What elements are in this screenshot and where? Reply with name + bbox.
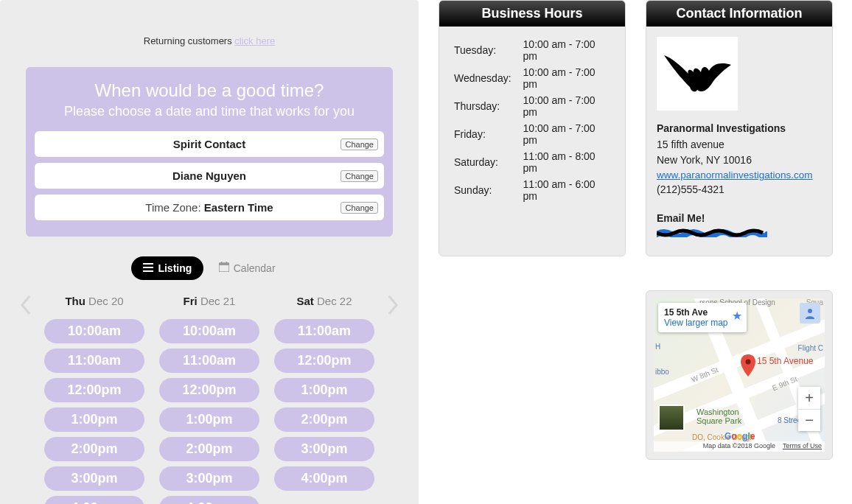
time-slot[interactable]: 12:00pm [44, 378, 144, 402]
selected-service: Spirit Contact [42, 138, 377, 150]
time-slot[interactable]: 11:00am [44, 349, 144, 373]
svg-rect-6 [226, 262, 227, 264]
bat-icon [660, 52, 734, 96]
right-column: Business Hours Tuesday:10:00 am - 7:00 p… [439, 0, 851, 504]
selected-service-row: Spirit Contact Change [35, 131, 384, 157]
email-label: Email Me! [657, 211, 822, 225]
svg-point-8 [746, 360, 751, 365]
svg-rect-1 [143, 267, 153, 268]
time-slot[interactable]: 2:00pm [274, 407, 374, 432]
change-provider-button[interactable]: Change [341, 170, 378, 182]
phone-number: (212)555-4321 [657, 182, 822, 197]
change-service-button[interactable]: Change [341, 139, 378, 150]
selected-provider: Diane Nguyen [42, 169, 377, 182]
svg-rect-0 [143, 263, 153, 265]
map-label: Flight C [798, 344, 823, 352]
contact-title: Contact Information [646, 1, 832, 27]
view-larger-map-link[interactable]: View larger map [664, 318, 727, 328]
change-timezone-button[interactable]: Change [341, 202, 378, 214]
time-prompt-panel: When would be a good time? Please choose… [26, 67, 393, 237]
business-hours-table: Tuesday:10:00 am - 7:00 pm Wednesday:10:… [453, 35, 612, 205]
selected-timezone: Time Zone: Eastern Time [42, 201, 377, 214]
prev-days-button[interactable] [15, 295, 37, 315]
website-link[interactable]: www.paranormalinvestigations.com [657, 169, 813, 181]
business-hours-title: Business Hours [439, 1, 625, 27]
time-slot[interactable]: 2:00pm [44, 437, 144, 461]
calendar-icon [219, 262, 229, 274]
map-attribution: Map data ©2018 Google Terms of Use [654, 441, 825, 452]
hours-row: Thursday:10:00 am - 7:00 pm [454, 93, 610, 119]
business-name: Paranormal Investigations [657, 121, 822, 136]
map-pin-label: 15 5th Avenue [757, 356, 814, 366]
list-icon [143, 262, 153, 274]
timezone-label: Time Zone: [145, 201, 200, 214]
selected-provider-row: Diane Nguyen Change [35, 163, 384, 189]
time-slot[interactable]: 4:00pm [44, 496, 144, 504]
time-slot[interactable]: 4:00pm [274, 466, 374, 491]
map-canvas[interactable]: rsons School of Design Squa Flight C ibb… [654, 298, 825, 452]
hours-row: Friday:10:00 am - 7:00 pm [454, 121, 610, 147]
listing-toggle[interactable]: Listing [131, 256, 203, 280]
time-slot[interactable]: 12:00pm [159, 378, 259, 402]
map-zoom-controls: + − [798, 387, 820, 431]
business-hours-body: Tuesday:10:00 am - 7:00 pm Wednesday:10:… [439, 27, 625, 217]
day-header: Fri Dec 21 [152, 295, 267, 307]
day-column-1: Fri Dec 21 10:00am 11:00am 12:00pm 1:00p… [152, 295, 267, 504]
map-pin-icon [741, 354, 755, 379]
next-days-button[interactable] [382, 295, 404, 315]
booking-widget: Returning customers click here When woul… [0, 0, 419, 504]
day-header: Sat Dec 22 [267, 295, 382, 307]
time-slot[interactable]: 4:00pm [159, 496, 259, 504]
contact-body: Paranormal Investigations 15 fifth avenu… [646, 27, 832, 256]
email-redacted [657, 228, 767, 237]
contact-card: Contact Information Paranormal Investiga… [646, 0, 833, 256]
user-location-icon[interactable] [800, 303, 820, 323]
day-column-2: Sat Dec 22 11:00am 12:00pm 1:00pm 2:00pm… [267, 295, 382, 496]
time-slot[interactable]: 3:00pm [274, 437, 374, 461]
time-slot[interactable]: 11:00am [159, 349, 259, 373]
listing-label: Listing [158, 262, 192, 274]
calendar-toggle[interactable]: Calendar [207, 256, 287, 280]
view-toggle: Listing Calendar [0, 256, 419, 280]
time-slot[interactable]: 3:00pm [159, 466, 259, 491]
hours-row: Tuesday:10:00 am - 7:00 pm [454, 37, 610, 63]
time-slot[interactable]: 11:00am [274, 319, 374, 343]
returning-customers: Returning customers click here [0, 0, 419, 67]
time-slot[interactable]: 2:00pm [159, 437, 259, 461]
time-slot[interactable]: 1:00pm [274, 378, 374, 402]
map-satellite-thumb[interactable] [658, 405, 685, 431]
address-line-2: New York, NY 10016 [657, 153, 822, 167]
calendar-label: Calendar [234, 262, 276, 274]
svg-rect-4 [219, 263, 229, 265]
map-park-label: Washington Square Park [696, 408, 741, 425]
map-tooltip: 15 5th Ave View larger map ★ [658, 303, 747, 332]
business-hours-card: Business Hours Tuesday:10:00 am - 7:00 p… [439, 0, 626, 256]
svg-rect-2 [143, 270, 153, 272]
time-slot[interactable]: 1:00pm [159, 407, 259, 432]
returning-link[interactable]: click here [234, 35, 275, 46]
timezone-value: Eastern Time [204, 201, 273, 214]
map-tooltip-address: 15 5th Ave [664, 307, 727, 318]
day-header: Thu Dec 20 [37, 295, 152, 307]
hours-row: Sunday:11:00 am - 6:00 pm [454, 177, 610, 203]
returning-label: Returning customers [144, 35, 232, 46]
svg-rect-5 [221, 262, 223, 264]
map-label: H [655, 343, 660, 351]
svg-point-7 [808, 309, 812, 313]
time-slot[interactable]: 12:00pm [274, 349, 374, 373]
star-icon: ★ [732, 309, 742, 323]
prompt-heading: When would be a good time? [26, 80, 393, 101]
time-slot[interactable]: 1:00pm [44, 407, 144, 432]
time-slot[interactable]: 10:00am [159, 319, 259, 343]
map-label: ibbo [655, 368, 669, 376]
zoom-out-button[interactable]: − [798, 409, 820, 431]
map-data-attrib: Map data ©2018 Google [703, 442, 775, 451]
zoom-in-button[interactable]: + [798, 387, 820, 409]
prompt-sub: Please choose a date and time that works… [26, 104, 393, 119]
time-slot[interactable]: 10:00am [44, 319, 144, 343]
time-slot[interactable]: 3:00pm [44, 466, 144, 491]
map-terms-link[interactable]: Terms of Use [783, 442, 822, 451]
selected-timezone-row: Time Zone: Eastern Time Change [35, 195, 384, 220]
business-logo [657, 37, 738, 111]
address-line-1: 15 fifth avenue [657, 137, 822, 152]
